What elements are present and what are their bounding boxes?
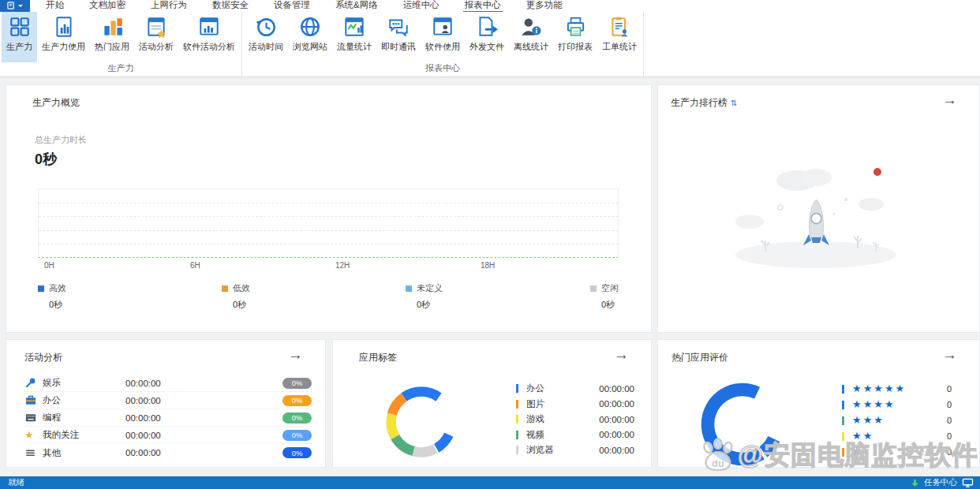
tags-legend: 办公 00:00:00 图片 00:00:00 游戏 00:00:00 视频 0… bbox=[516, 381, 634, 458]
ribbon-button-software-usage[interactable]: 软件使用 bbox=[421, 12, 465, 62]
printer-icon bbox=[563, 15, 587, 39]
ratings-rows: ★★★★★ 0 ★★★★ 0 ★★★ 0 ★★ 0 ★ 0 bbox=[842, 381, 952, 460]
ribbon-button-browse-websites[interactable]: 浏览网站 bbox=[288, 12, 332, 62]
total-productivity-value: 0秒 bbox=[35, 150, 57, 169]
activity-row-programming[interactable]: 编程 00:00:00 0% bbox=[24, 409, 313, 427]
ribbon-button-offline-stats[interactable]: 离线统计 bbox=[509, 12, 553, 62]
tag-row-pictures[interactable]: 图片 00:00:00 bbox=[516, 397, 634, 412]
document-chart-icon bbox=[52, 15, 76, 39]
legend-tick bbox=[842, 401, 844, 409]
legend-item-efficient: 高效 0秒 bbox=[38, 282, 66, 311]
activity-row-other[interactable]: 其他 00:00:00 0% bbox=[24, 444, 313, 461]
ribbon-button-productivity-usage[interactable]: 生产力使用 bbox=[37, 12, 90, 62]
ratings-donut-chart bbox=[699, 381, 786, 468]
stars-1: ★ bbox=[852, 446, 863, 457]
legend-label: 低效 bbox=[233, 282, 250, 294]
rating-row-4-star[interactable]: ★★★★ 0 bbox=[842, 397, 952, 412]
tag-row-browser[interactable]: 浏览器 00:00:00 bbox=[516, 442, 634, 458]
chat-bubbles-icon bbox=[387, 15, 410, 39]
open-ratings-arrow-icon[interactable]: → bbox=[942, 346, 957, 364]
legend-tick bbox=[516, 384, 518, 393]
status-ready-text: 就绪 bbox=[8, 477, 24, 488]
ribbon-button-activity-time[interactable]: 活动时间 bbox=[244, 12, 288, 62]
ribbon-button-label: 工单统计 bbox=[602, 41, 637, 53]
percent-badge: 0% bbox=[282, 412, 312, 424]
rating-row-1-star[interactable]: ★ 0 bbox=[842, 444, 952, 460]
monitor-icon[interactable] bbox=[962, 478, 974, 487]
percent-badge: 0% bbox=[282, 430, 312, 441]
app-menu-button[interactable] bbox=[0, 0, 30, 12]
task-center-button[interactable]: 任务中心 bbox=[924, 477, 957, 488]
ribbon-button-label: 离线统计 bbox=[514, 41, 548, 53]
open-ranking-arrow-icon[interactable]: → bbox=[942, 91, 957, 109]
rating-row-3-star[interactable]: ★★★ 0 bbox=[842, 412, 952, 428]
percent-badge: 0% bbox=[282, 447, 312, 458]
ribbon-group-report-center: 活动时间 浏览网站 bbox=[242, 12, 644, 77]
tab-doc-encryption[interactable]: 文档加密 bbox=[88, 0, 127, 13]
bar-chart-icon bbox=[100, 15, 124, 39]
rating-row-5-star[interactable]: ★★★★★ 0 bbox=[842, 381, 952, 397]
activity-row-my-focus[interactable]: ★ 我的关注 00:00:00 0% bbox=[24, 427, 313, 444]
ribbon-button-software-activity[interactable]: 软件活动分析 bbox=[178, 12, 240, 62]
tab-start[interactable]: 开始 bbox=[44, 0, 65, 13]
rating-row-2-star[interactable]: ★★ 0 bbox=[842, 428, 952, 444]
legend-swatch bbox=[38, 286, 44, 292]
activity-time: 00:00:00 bbox=[125, 413, 161, 423]
activity-label: 办公 bbox=[43, 394, 61, 406]
stars-2: ★★ bbox=[852, 430, 873, 442]
panel-hot-app-ratings: 热门应用评价 → ★★★★★ 0 ★★★★ 0 ★★★ 0 bbox=[657, 339, 980, 468]
ribbon-button-traffic-stats[interactable]: 流量统计 bbox=[332, 12, 376, 62]
ribbon-button-label: 即时通讯 bbox=[381, 41, 416, 53]
tag-time: 00:00:00 bbox=[599, 430, 634, 439]
tag-time: 00:00:00 bbox=[599, 384, 634, 394]
ribbon: 生产力 生产力使用 bbox=[0, 12, 980, 77]
tag-row-games[interactable]: 游戏 00:00:00 bbox=[516, 412, 634, 427]
keyboard-icon bbox=[24, 412, 37, 424]
tag-row-office[interactable]: 办公 00:00:00 bbox=[516, 381, 634, 397]
panel-title: 生产力概览 bbox=[32, 96, 80, 110]
tab-more-functions[interactable]: 更多功能 bbox=[525, 0, 564, 13]
activity-row-entertainment[interactable]: 娱乐 00:00:00 0% bbox=[24, 375, 313, 392]
globe-icon bbox=[298, 15, 322, 39]
tab-ops-center[interactable]: 运维中心 bbox=[402, 0, 441, 13]
tag-label: 浏览器 bbox=[526, 444, 554, 456]
legend-tick bbox=[516, 415, 518, 424]
legend-tick bbox=[842, 448, 844, 457]
ribbon-button-hot-apps[interactable]: 热门应用 bbox=[90, 12, 134, 62]
open-tags-arrow-icon[interactable]: → bbox=[614, 346, 629, 364]
ribbon-button-print-report[interactable]: 打印报表 bbox=[553, 12, 597, 62]
legend-tick bbox=[516, 431, 518, 439]
ribbon-group-label: 报表中心 bbox=[244, 62, 641, 77]
download-arrow-icon bbox=[911, 479, 919, 487]
ribbon-button-label: 外发文件 bbox=[469, 41, 504, 53]
ribbon-button-label: 生产力使用 bbox=[42, 41, 85, 53]
traffic-chart-icon bbox=[342, 15, 366, 39]
tab-report-center[interactable]: 报表中心 bbox=[463, 0, 503, 13]
overview-legend: 高效 0秒 低效 0秒 未定义 0秒 空闲 0秒 bbox=[38, 282, 619, 314]
status-bar: 就绪 任务中心 bbox=[0, 476, 980, 489]
tab-web-behavior[interactable]: 上网行为 bbox=[149, 0, 189, 13]
legend-label: 空闲 bbox=[601, 282, 619, 294]
tab-data-security[interactable]: 数据安全 bbox=[211, 0, 250, 13]
tab-device-mgmt[interactable]: 设备管理 bbox=[272, 0, 312, 13]
legend-tick bbox=[516, 400, 518, 409]
tab-system-network[interactable]: 系统&网络 bbox=[334, 0, 380, 13]
activity-label: 其他 bbox=[43, 447, 61, 459]
ribbon-button-instant-messaging[interactable]: 即时通讯 bbox=[376, 12, 421, 62]
legend-tick bbox=[842, 432, 844, 441]
app-tags-donut-chart bbox=[383, 384, 459, 460]
sort-icon[interactable]: ⇅ bbox=[731, 99, 737, 107]
open-activity-arrow-icon[interactable]: → bbox=[288, 346, 303, 364]
ribbon-button-activity-analysis[interactable]: 活动分析 bbox=[134, 12, 178, 62]
activity-row-office[interactable]: 办公 00:00:00 0% bbox=[24, 392, 313, 409]
ribbon-button-label: 流量统计 bbox=[337, 41, 372, 53]
ribbon-button-outgoing-files[interactable]: 外发文件 bbox=[465, 12, 509, 62]
legend-swatch bbox=[406, 286, 412, 292]
panel-title-text: 生产力排行榜 bbox=[671, 97, 728, 108]
tag-row-video[interactable]: 视频 00:00:00 bbox=[516, 427, 634, 443]
ribbon-button-ticket-stats[interactable]: 工单统计 bbox=[597, 12, 641, 62]
x-tick: 0H bbox=[44, 261, 54, 270]
ribbon-button-label: 活动分析 bbox=[139, 41, 174, 53]
gridline bbox=[39, 203, 618, 203]
ribbon-button-productivity[interactable]: 生产力 bbox=[2, 12, 37, 62]
